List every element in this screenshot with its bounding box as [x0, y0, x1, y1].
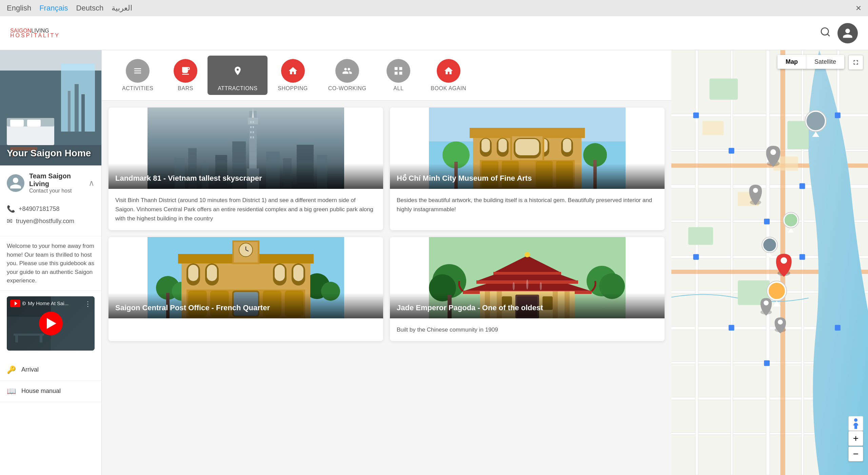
- host-phone[interactable]: +84907181758: [19, 205, 60, 213]
- user-avatar-button[interactable]: [837, 23, 858, 43]
- svg-point-179: [769, 283, 785, 299]
- svg-rect-19: [14, 334, 44, 336]
- map-zoom-in-button[interactable]: +: [848, 431, 863, 446]
- place-img-postoffice: Saigon Central Post Office - French Quar…: [108, 237, 383, 318]
- host-email[interactable]: truyen@hostfully.com: [16, 218, 74, 225]
- hero-title: Your Saigon Home: [7, 148, 91, 159]
- svg-rect-94: [293, 265, 303, 281]
- nav-item-arrival[interactable]: 🔑 Arrival: [0, 359, 101, 381]
- svg-point-124: [513, 282, 515, 290]
- host-name: Team Saigon Living: [29, 172, 84, 188]
- video-title-text: My Home At Sai...: [28, 300, 68, 306]
- lang-english[interactable]: English: [7, 4, 31, 13]
- video-title: Đ My Home At Sai...: [10, 300, 68, 307]
- sidebar-nav: 🔑 Arrival 📖 House manual: [0, 359, 101, 402]
- tab-coworking[interactable]: CO-WORKING: [318, 56, 377, 95]
- svg-rect-139: [731, 50, 733, 475]
- email-contact: ✉ truyen@hostfully.com: [7, 217, 95, 225]
- svg-rect-8: [81, 94, 85, 132]
- place-card-landmark81[interactable]: Landmark 81 - Vietnam tallest skyscraper…: [108, 107, 383, 230]
- nav-item-house-manual[interactable]: 📖 House manual: [0, 381, 101, 402]
- svg-rect-90: [207, 265, 217, 281]
- key-icon: 🔑: [7, 365, 16, 374]
- play-button[interactable]: [39, 312, 63, 335]
- svg-rect-141: [802, 50, 804, 475]
- svg-rect-158: [764, 360, 770, 366]
- coworking-icon: [335, 59, 359, 83]
- email-icon: ✉: [7, 217, 13, 225]
- all-icon: [387, 59, 410, 83]
- logo-subtitle: HOSPITALITY: [10, 33, 60, 39]
- svg-point-114: [525, 252, 530, 257]
- svg-rect-140: [766, 50, 770, 475]
- svg-rect-57: [498, 139, 507, 152]
- lang-arabic[interactable]: العربية: [112, 4, 132, 13]
- map-type-satellite-button[interactable]: Satellite: [806, 55, 844, 69]
- map-fullscreen-button[interactable]: [848, 55, 863, 70]
- svg-rect-154: [835, 113, 841, 118]
- host-avatar: [7, 174, 24, 192]
- svg-rect-153: [764, 219, 770, 224]
- activities-icon: [126, 59, 150, 83]
- search-button[interactable]: [820, 26, 831, 40]
- video-platform-label: Đ: [22, 301, 26, 306]
- svg-rect-88: [188, 265, 198, 281]
- svg-rect-55: [481, 139, 490, 152]
- place-card-museum[interactable]: Hồ Chí Minh City Museum of Fine Arts Bes…: [390, 107, 665, 230]
- tab-activities-label: ACTIVITIES: [122, 85, 153, 92]
- place-card-jade[interactable]: Jade Emperor Pagoda - One of the oldest …: [390, 237, 665, 341]
- host-expand-chevron[interactable]: ∧: [88, 178, 95, 188]
- map-type-selector: Map Satellite: [777, 55, 844, 69]
- tab-bars[interactable]: BARS: [163, 56, 208, 95]
- place-desc-jade: Built by the Chinese community in 1909: [390, 318, 665, 341]
- svg-rect-67: [515, 139, 539, 155]
- lang-german[interactable]: Deutsch: [76, 4, 104, 13]
- header: SAIGONLIVING HOSPITALITY: [0, 16, 868, 50]
- youtube-icon: [10, 300, 20, 307]
- map-pegman-button[interactable]: [848, 416, 863, 431]
- svg-point-167: [770, 149, 776, 155]
- close-button[interactable]: ×: [856, 3, 861, 14]
- svg-point-126: [540, 282, 542, 290]
- tab-activities[interactable]: ACTIVITIES: [112, 56, 163, 95]
- tab-all[interactable]: ALL: [376, 56, 420, 95]
- svg-rect-157: [729, 325, 734, 331]
- host-section: Team Saigon Living Contact your host ∧ 📞…: [0, 165, 101, 236]
- svg-rect-147: [787, 121, 809, 150]
- nav-house-manual-label: House manual: [21, 388, 61, 395]
- video-thumbnail[interactable]: Đ My Home At Sai... ⋮: [7, 296, 95, 351]
- main-layout: Your Saigon Home Team Saigon Living Cont…: [0, 50, 868, 475]
- place-title-landmark81: Landmark 81 - Vietnam tallest skyscraper: [108, 163, 383, 189]
- svg-point-174: [763, 238, 776, 251]
- svg-rect-152: [800, 183, 805, 189]
- attractions-icon: [226, 59, 250, 83]
- logo[interactable]: SAIGONLIVING HOSPITALITY: [10, 28, 60, 39]
- map-type-map-button[interactable]: Map: [777, 55, 806, 69]
- lang-french[interactable]: Français: [39, 4, 68, 13]
- svg-rect-155: [693, 254, 699, 260]
- tab-bars-label: BARS: [178, 85, 193, 92]
- sidebar: Your Saigon Home Team Saigon Living Cont…: [0, 50, 102, 475]
- header-right: [820, 23, 858, 43]
- svg-rect-160: [703, 121, 724, 135]
- tab-book-again-label: BOOK AGAIN: [431, 85, 466, 92]
- map-zoom-out-button[interactable]: −: [848, 447, 863, 461]
- svg-line-1: [827, 34, 829, 36]
- svg-point-182: [764, 300, 769, 305]
- tab-shopping[interactable]: SHOPPING: [268, 56, 318, 95]
- place-desc-museum: Besides the beautiful artwork, the build…: [390, 189, 665, 221]
- place-title-museum: Hồ Chí Minh City Museum of Fine Arts: [390, 163, 665, 189]
- svg-rect-146: [709, 79, 738, 100]
- svg-rect-21: [40, 336, 42, 342]
- category-tabs: ACTIVITIES BARS ATTRACTIONS: [102, 50, 671, 101]
- welcome-text: Welcome to your home away from home! Our…: [0, 236, 101, 291]
- host-subtitle: Contact your host: [29, 188, 84, 194]
- tab-book-again[interactable]: BOOK AGAIN: [420, 56, 476, 95]
- phone-contact: 📞 +84907181758: [7, 205, 95, 213]
- place-title-postoffice: Saigon Central Post Office - French Quar…: [108, 293, 383, 318]
- place-card-postoffice[interactable]: Saigon Central Post Office - French Quar…: [108, 237, 383, 341]
- video-options-button[interactable]: ⋮: [84, 300, 91, 308]
- svg-rect-63: [563, 139, 571, 152]
- tab-attractions[interactable]: ATTRACTIONS: [208, 56, 268, 95]
- places-grid: Landmark 81 - Vietnam tallest skyscraper…: [102, 101, 671, 475]
